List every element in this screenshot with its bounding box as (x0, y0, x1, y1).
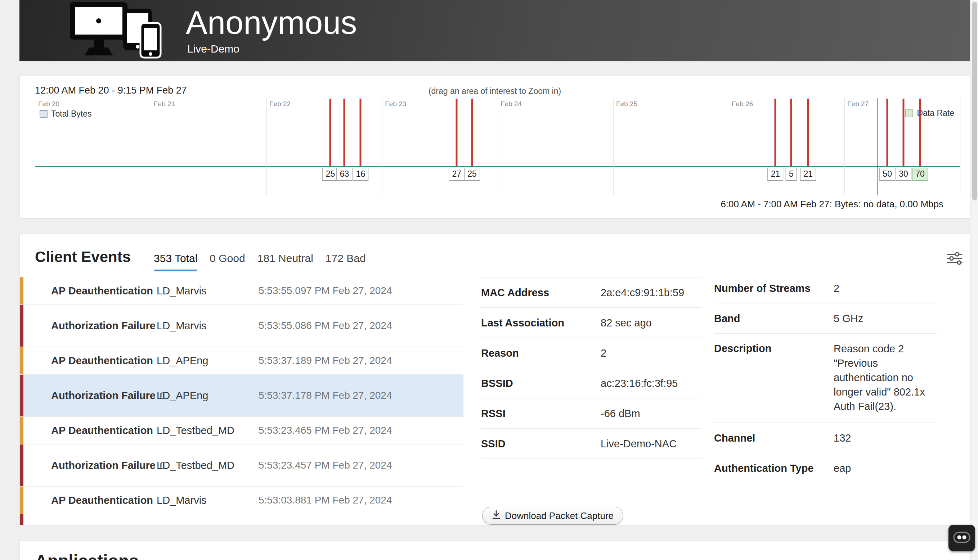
event-timestamp: 5:53:37.178 PM Feb 27, 2024 (259, 390, 392, 401)
day-gridline (613, 98, 614, 195)
event-type: Authorization Failure (51, 389, 166, 402)
event-count-label[interactable]: 30 (896, 168, 911, 181)
event-count-bar[interactable] (456, 98, 458, 166)
event-count-label[interactable]: 25 (323, 168, 339, 181)
tab-172-bad[interactable]: 172 Bad (325, 252, 366, 270)
event-row[interactable]: AP DeauthenticationLD_Marvis5:53:03.881 … (20, 487, 464, 514)
event-client: LD_Testbed_MD (157, 425, 234, 437)
event-row[interactable]: Authorization FailureLD_APEng5:53:37.178… (20, 375, 464, 417)
event-count-label[interactable]: 25 (464, 168, 480, 181)
event-count-label[interactable]: 63 (337, 168, 352, 181)
event-count-bar[interactable] (919, 98, 921, 166)
detail-value: Live-Demo-NAC (601, 437, 677, 451)
detail-value: -66 dBm (601, 406, 640, 421)
event-timestamp: 5:53:55.097 PM Feb 27, 2024 (259, 285, 392, 297)
event-timestamp: 5:53:03.881 PM Feb 27, 2024 (259, 495, 392, 506)
event-count-bar[interactable] (344, 98, 345, 166)
event-count-label[interactable]: 70 (912, 168, 928, 181)
detail-label: Last Association (481, 316, 601, 330)
day-gridline (497, 98, 498, 195)
event-row[interactable]: Authorization FailureLD_Testbed_MD5:53:2… (20, 445, 464, 487)
timeline-range-label: 12:00 AM Feb 20 - 9:15 PM Feb 27 (35, 85, 187, 96)
day-gridline (151, 98, 151, 195)
tab-353-total[interactable]: 353 Total (154, 252, 197, 272)
client-events-card: Client Events 353 Total0 Good181 Neutral… (20, 233, 970, 525)
detail-row: RSSI-66 dBm (481, 398, 701, 428)
filter-sliders-icon[interactable] (947, 252, 963, 267)
event-row[interactable]: AP DeauthenticationLD_Marvis5:53:55.097 … (20, 277, 464, 305)
event-type: AP Deauthentication (51, 284, 166, 298)
event-count-bar[interactable] (329, 98, 331, 166)
day-label: Feb 25 (616, 100, 638, 108)
marvis-chat-button[interactable] (948, 525, 975, 552)
page-scrollbar[interactable] (971, 0, 978, 560)
day-label: Feb 27 (847, 100, 868, 108)
event-timestamp: 5:53:37.189 PM Feb 27, 2024 (259, 355, 392, 367)
legend-data-rate[interactable]: Data Rate (905, 108, 954, 118)
detail-label: Channel (714, 431, 834, 445)
event-type: Authorization Failure (51, 458, 166, 472)
legend-total-bytes[interactable]: Total Bytes (40, 109, 92, 119)
event-count-label[interactable]: 21 (768, 168, 784, 181)
event-count-label[interactable]: 50 (880, 168, 895, 181)
timeline-card: 12:00 AM Feb 20 - 9:15 PM Feb 27 (drag a… (20, 76, 970, 218)
day-label: Feb 22 (269, 100, 290, 108)
event-type: AP Deauthentication (51, 493, 166, 507)
event-count-bar[interactable] (471, 98, 473, 166)
severity-bar (20, 487, 23, 514)
event-count-bar[interactable] (807, 98, 809, 166)
event-type: AP Deauthentication (51, 423, 166, 437)
event-list: AP DeauthenticationLD_Marvis5:53:55.097 … (20, 277, 464, 525)
detail-label: SSID (481, 437, 601, 451)
download-packet-capture-button[interactable]: Download Packet Capture (482, 507, 623, 525)
tab-0-good[interactable]: 0 Good (210, 252, 245, 270)
detail-label: MAC Address (481, 286, 601, 300)
event-count-bar[interactable] (774, 98, 776, 166)
detail-value: Reason code 2 "Previous authentication n… (834, 342, 937, 413)
applications-title: Applications (35, 551, 970, 560)
data-rate-swatch[interactable] (905, 109, 913, 117)
day-gridline (729, 98, 729, 195)
marvis-bot-icon (949, 524, 975, 552)
event-type: AP Deauthentication (51, 354, 166, 367)
event-count-bar[interactable] (790, 98, 792, 166)
client-devices-icon (53, 2, 172, 61)
event-row[interactable]: Authorization FailureLD_Marvis5:53:03.87… (20, 514, 464, 525)
day-label: Feb 26 (732, 100, 753, 108)
event-count-bar[interactable] (903, 98, 905, 166)
day-label: Feb 20 (38, 100, 59, 108)
severity-bar (20, 514, 23, 525)
day-label: Feb 21 (154, 100, 175, 108)
detail-label: Band (714, 312, 834, 325)
event-row[interactable]: Authorization FailureLD_Marvis5:53:55.08… (20, 305, 464, 347)
event-count-label[interactable]: 21 (801, 168, 816, 181)
client-name-title: Anonymous (186, 7, 357, 39)
event-count-bar[interactable] (360, 98, 362, 166)
day-label: Feb 23 (385, 100, 406, 108)
detail-value: 2 (834, 281, 839, 295)
event-count-label[interactable]: 16 (353, 168, 369, 181)
day-gridline (267, 98, 267, 195)
tab-181-neutral[interactable]: 181 Neutral (257, 252, 313, 270)
event-count-label[interactable]: 27 (449, 168, 464, 181)
timeline-chart[interactable]: Total Bytes Data Rate Feb 20Feb 21Feb 22… (35, 98, 960, 195)
event-row[interactable]: AP DeauthenticationLD_APEng5:53:37.189 P… (20, 347, 464, 375)
event-row[interactable]: AP DeauthenticationLD_Testbed_MD5:53:23.… (20, 417, 464, 445)
detail-value: 82 sec ago (601, 316, 652, 330)
event-client: LD_APEng (157, 390, 209, 402)
severity-bar (20, 347, 23, 374)
severity-bar (20, 375, 23, 417)
total-bytes-swatch[interactable] (40, 110, 48, 118)
detail-value: eap (834, 461, 851, 475)
event-client: LD_Testbed_MD (157, 460, 234, 472)
detail-label: Description (714, 342, 834, 355)
download-icon (492, 510, 501, 522)
scrollbar-thumb[interactable] (972, 2, 977, 200)
event-client: LD_Marvis (157, 495, 207, 507)
detail-row: Authentication Typeeap (714, 453, 937, 483)
event-details-right: Number of Streams2Band5 GHzDescriptionRe… (714, 273, 937, 483)
client-events-tabs: 353 Total0 Good181 Neutral172 Bad (154, 252, 366, 272)
event-count-bar[interactable] (886, 98, 888, 166)
severity-bar (20, 417, 23, 444)
event-count-label[interactable]: 5 (786, 168, 797, 181)
